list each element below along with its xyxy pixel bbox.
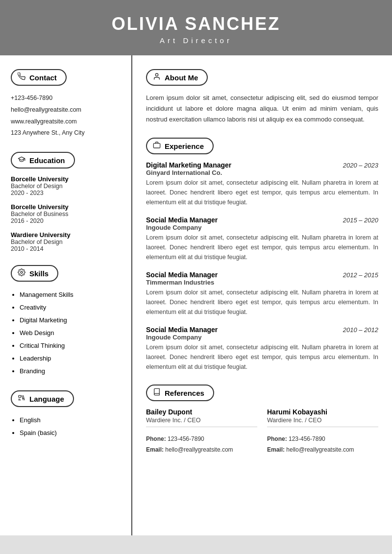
list-item: Branding — [20, 365, 121, 378]
briefcase-icon — [153, 141, 161, 151]
education-entry: Borcelle University Bachelor of Business… — [11, 203, 121, 224]
education-label: Education — [29, 156, 65, 165]
divider — [146, 427, 257, 427]
ref-email: Email: hello@reallygreatsite.com — [267, 445, 378, 456]
candidate-name: OLIVIA SANCHEZ — [10, 14, 382, 34]
ref-email: Email: hello@reallygreatsite.com — [146, 445, 257, 456]
svg-rect-1 — [19, 395, 21, 397]
exp-header: Social Media Manager 2012 – 2015 — [146, 271, 378, 279]
graduation-icon — [18, 155, 25, 165]
experience-label: Experience — [165, 142, 204, 150]
resume-header: OLIVIA SANCHEZ Art Director — [0, 0, 392, 55]
svg-point-0 — [21, 271, 23, 273]
education-section: Education Borcelle University Bachelor o… — [11, 152, 121, 252]
list-item: hello@reallygreatsite.com — [11, 104, 121, 116]
experience-section: Experience Digital Marketing Manager 202… — [146, 138, 378, 372]
list-item: 123 Anywhere St., Any City — [11, 127, 121, 139]
language-list: English Spain (basic) — [11, 414, 121, 439]
list-item: Web Design — [20, 327, 121, 339]
right-column: About Me Lorem ipsum dolor sit amet, con… — [132, 55, 392, 535]
contact-label: Contact — [29, 73, 57, 82]
list-item: Spain (basic) — [20, 427, 121, 439]
list-item: Management Skills — [20, 289, 121, 301]
contact-list: +123-456-7890 hello@reallygreatsite.com … — [11, 93, 121, 139]
references-section-title: References — [146, 385, 214, 401]
candidate-title: Art Director — [10, 36, 382, 45]
skills-section: Skills Management Skills Creativity Digi… — [11, 265, 121, 378]
ref-phone: Phone: 123-456-7890 — [146, 434, 257, 445]
exp-header: Social Media Manager 2010 – 2012 — [146, 326, 378, 334]
about-section-title: About Me — [146, 69, 208, 86]
language-icon — [18, 394, 25, 404]
reference-entry: Harumi Kobayashi Wardiere Inc. / CEO Pho… — [267, 408, 378, 455]
experience-entry: Digital Marketing Manager 2020 – 2023 Gi… — [146, 161, 378, 207]
experience-entry: Social Media Manager 2015 – 2020 Ingoude… — [146, 216, 378, 262]
resume-body: Contact +123-456-7890 hello@reallygreats… — [0, 55, 392, 535]
resume-container: OLIVIA SANCHEZ Art Director Contact +123… — [0, 0, 392, 535]
education-section-title: Education — [11, 152, 75, 169]
contact-section-title: Contact — [11, 69, 67, 86]
references-section: References Bailey Dupont Wardiere Inc. /… — [146, 385, 378, 455]
list-item: Creativity — [20, 301, 121, 314]
about-section: About Me Lorem ipsum dolor sit amet, con… — [146, 69, 378, 125]
education-entry: Borcelle University Bachelor of Design 2… — [11, 175, 121, 196]
gear-icon — [18, 268, 25, 278]
left-column: Contact +123-456-7890 hello@reallygreats… — [0, 55, 132, 535]
list-item: Leadership — [20, 352, 121, 365]
about-label: About Me — [165, 73, 198, 82]
references-grid: Bailey Dupont Wardiere Inc. / CEO Phone:… — [146, 408, 378, 455]
skills-list: Management Skills Creativity Digital Mar… — [11, 289, 121, 378]
experience-section-title: Experience — [146, 138, 214, 154]
book-icon — [153, 388, 161, 398]
education-entry: Wardiere University Bachelor of Design 2… — [11, 231, 121, 252]
language-section-title: Language — [11, 390, 74, 407]
language-section: Language English Spain (basic) — [11, 390, 121, 439]
svg-point-2 — [155, 73, 158, 76]
phone-icon — [18, 72, 25, 82]
list-item: Digital Marketing — [20, 314, 121, 327]
ref-phone: Phone: 123-456-7890 — [267, 434, 378, 445]
list-item: Critical Thinking — [20, 339, 121, 352]
list-item: www.reallygreatsite.com — [11, 116, 121, 128]
ref-contact: Phone: 123-456-7890 Email: hello@reallyg… — [146, 434, 257, 455]
language-label: Language — [29, 395, 64, 403]
divider — [267, 427, 378, 427]
exp-header: Social Media Manager 2015 – 2020 — [146, 216, 378, 224]
svg-rect-3 — [153, 144, 160, 148]
contact-section: Contact +123-456-7890 hello@reallygreats… — [11, 69, 121, 139]
reference-entry: Bailey Dupont Wardiere Inc. / CEO Phone:… — [146, 408, 257, 455]
list-item: +123-456-7890 — [11, 93, 121, 104]
experience-entry: Social Media Manager 2010 – 2012 Ingoude… — [146, 326, 378, 372]
about-text: Lorem ipsum dolor sit amet, consectetur … — [146, 93, 378, 125]
ref-contact: Phone: 123-456-7890 Email: hello@reallyg… — [267, 434, 378, 455]
experience-entry: Social Media Manager 2012 – 2015 Timmerm… — [146, 271, 378, 317]
skills-label: Skills — [29, 269, 49, 278]
skills-section-title: Skills — [11, 265, 58, 282]
person-icon — [153, 72, 161, 82]
references-label: References — [165, 389, 204, 397]
exp-header: Digital Marketing Manager 2020 – 2023 — [146, 161, 378, 169]
list-item: English — [20, 414, 121, 427]
